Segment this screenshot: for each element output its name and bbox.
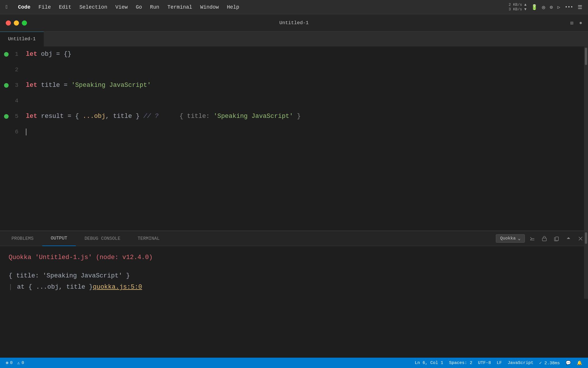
code-spread: ...obj — [83, 109, 105, 124]
code-text-1: obj = — [37, 47, 64, 62]
output-at-text: at { ...obj, title } — [17, 281, 93, 293]
lock-icon[interactable] — [540, 234, 549, 243]
output-line-3: | at { ...obj, title } quokka.js:5:0 — [9, 281, 579, 293]
tab-debug-console[interactable]: DEBUG CONSOLE — [76, 231, 129, 246]
tab-label: Untitled-1 — [8, 37, 36, 42]
output-link[interactable]: quokka.js:5:0 — [93, 281, 142, 293]
panel-scrollbar-thumb[interactable] — [585, 232, 587, 244]
menubar:  Code File Edit Selection View Go Run T… — [0, 0, 588, 14]
language-info[interactable]: JavaScript — [508, 361, 533, 365]
tab-terminal[interactable]: TERMINAL — [129, 231, 168, 246]
line-number-3: 3 — [11, 78, 18, 93]
code-line-5: let result = { ...obj , title } // ? { t… — [23, 109, 588, 124]
battery-icon: 🔋 — [531, 4, 537, 10]
menu-run[interactable]: Run — [150, 4, 159, 10]
code-line-1: let obj = {} — [23, 47, 588, 62]
status-right: Ln 6, Col 1 Spaces: 2 UTF-8 LF JavaScrip… — [415, 360, 582, 366]
copy-icon[interactable] — [552, 234, 561, 243]
panel-output-content: Quokka 'Untitled-1.js' (node: v12.4.0) {… — [0, 246, 588, 299]
titlebar-actions: ⊞ ● — [570, 20, 582, 26]
menubar-right: 2 KB/s ▲ 3 KB/s ▼ 🔋 ◎ ⊙ ▷ ••• ☰ — [508, 3, 582, 12]
menu-edit[interactable]: Edit — [59, 4, 71, 10]
breakpoint-1 — [4, 52, 9, 57]
circle-icon[interactable]: ● — [579, 20, 582, 26]
keyword-let-1: let — [26, 47, 37, 62]
menu-window[interactable]: Window — [200, 4, 219, 10]
tab-output[interactable]: OUTPUT — [42, 231, 76, 246]
chevron-down-icon: ⌄ — [518, 236, 521, 241]
close-button[interactable] — [6, 20, 11, 26]
notification-icon[interactable]: 🔔 — [577, 360, 582, 366]
cursor — [26, 129, 26, 135]
apple-menu[interactable]:  — [6, 4, 9, 10]
editor[interactable]: 1 2 3 4 5 6 let obj = {} — [0, 47, 588, 231]
statusbar: ⊗ 0 ⚠ 0 Ln 6, Col 1 Spaces: 2 UTF-8 LF J… — [0, 358, 588, 368]
split-editor-icon[interactable]: ⊞ — [570, 20, 573, 26]
cast-icon: ▷ — [558, 4, 560, 10]
menu-code[interactable]: Code — [18, 4, 30, 10]
quokka-status[interactable]: ✓ 2.38ms — [539, 360, 560, 366]
code-brace-open: { — [75, 109, 83, 124]
network-speed: 2 KB/s ▲ 3 KB/s ▼ — [508, 3, 526, 12]
menu-go[interactable]: Go — [136, 4, 142, 10]
menu-terminal[interactable]: Terminal — [167, 4, 192, 10]
code-area[interactable]: let obj = {} let title = 'Speaking JavaS… — [23, 47, 588, 231]
code-line-6 — [23, 124, 588, 140]
scrollbar-thumb[interactable] — [585, 48, 587, 65]
source-selector[interactable]: Quokka ⌄ — [496, 234, 525, 243]
menu-file[interactable]: File — [38, 4, 51, 10]
line-number-6: 6 — [11, 124, 18, 140]
breakpoint-5 — [4, 114, 9, 119]
svg-rect-2 — [556, 237, 558, 241]
encoding-info[interactable]: UTF-8 — [478, 361, 491, 365]
tab-problems[interactable]: PROBLEMS — [3, 231, 42, 246]
line-number-2: 2 — [11, 62, 18, 78]
tabbar: Untitled-1 — [0, 32, 588, 47]
cursor-position[interactable]: Ln 6, Col 1 — [415, 361, 443, 365]
panel-tabbar: PROBLEMS OUTPUT DEBUG CONSOLE TERMINAL Q… — [0, 231, 588, 246]
warning-count: 0 — [22, 361, 24, 365]
line-number-1: 1 — [11, 47, 18, 62]
tab-untitled[interactable]: Untitled-1 — [0, 32, 44, 47]
output-line-1: Quokka 'Untitled-1.js' (node: v12.4.0) — [9, 252, 579, 263]
line-number-4: 4 — [11, 93, 18, 109]
code-comma: , title } — [105, 109, 143, 124]
scroll-up-icon[interactable] — [564, 234, 573, 243]
traffic-lights — [6, 20, 27, 26]
minimize-button[interactable] — [14, 20, 19, 26]
code-result-val: { title: 'Speaking JavaScript' } — [168, 109, 301, 124]
menu-view[interactable]: View — [115, 4, 128, 10]
menu-selection[interactable]: Selection — [79, 4, 107, 10]
search-icon[interactable]: ⊙ — [550, 4, 553, 10]
clear-output-icon[interactable] — [528, 234, 537, 243]
code-punct-1: {} — [64, 47, 71, 62]
status-left: ⊗ 0 ⚠ 0 — [6, 360, 24, 366]
list-icon[interactable]: ☰ — [578, 4, 582, 10]
svg-rect-1 — [542, 238, 546, 241]
code-var-title: title = — [37, 78, 71, 93]
line-ending-info[interactable]: LF — [497, 361, 502, 365]
menu-help[interactable]: Help — [227, 4, 239, 10]
code-comment: // ? — [143, 109, 162, 124]
maximize-button[interactable] — [22, 20, 27, 26]
panel-actions: Quokka ⌄ — [496, 234, 585, 243]
code-line-2 — [23, 62, 588, 78]
line-number-5: 5 — [11, 109, 18, 124]
code-str-title: 'Speaking JavaScript' — [71, 78, 151, 93]
titlebar: Untitled-1 ⊞ ● — [0, 14, 588, 32]
more-icon[interactable]: ••• — [565, 5, 573, 10]
warning-icon: ⚠ — [17, 360, 20, 366]
status-errors[interactable]: ⊗ 0 ⚠ 0 — [6, 360, 24, 366]
editor-scrollbar[interactable] — [584, 47, 588, 231]
feedback-icon[interactable]: 💬 — [566, 360, 571, 366]
code-line-4 — [23, 93, 588, 109]
wifi-icon: ◎ — [542, 4, 545, 10]
error-count: 0 — [10, 361, 13, 365]
breakpoint-3 — [4, 83, 9, 88]
panel: PROBLEMS OUTPUT DEBUG CONSOLE TERMINAL Q… — [0, 231, 588, 299]
code-line-3: let title = 'Speaking JavaScript' — [23, 78, 588, 93]
source-label: Quokka — [500, 236, 516, 241]
panel-scrollbar[interactable] — [584, 231, 588, 299]
spaces-info[interactable]: Spaces: 2 — [449, 361, 472, 365]
keyword-let-3: let — [26, 78, 37, 93]
